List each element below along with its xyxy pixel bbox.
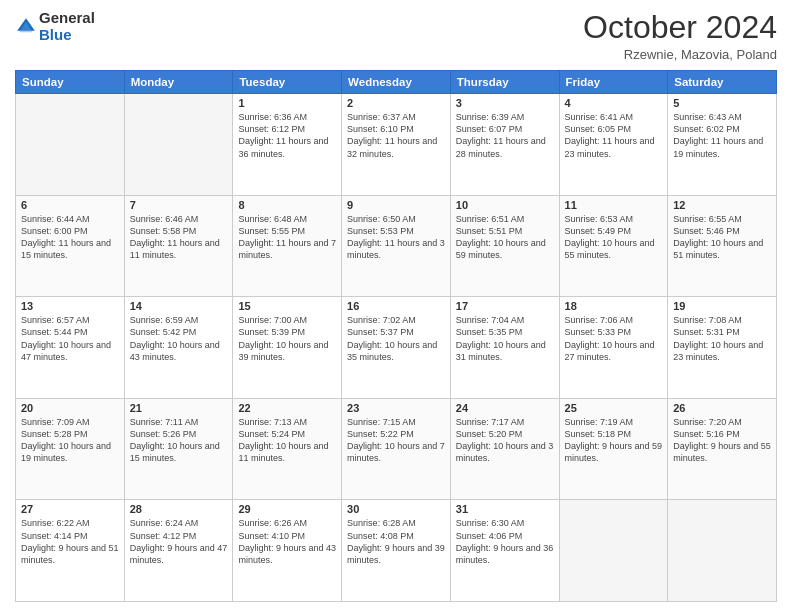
day-number: 24 (456, 402, 554, 414)
day-number: 9 (347, 199, 445, 211)
logo-blue-text: Blue (39, 26, 72, 43)
day-number: 22 (238, 402, 336, 414)
day-cell: 5Sunrise: 6:43 AMSunset: 6:02 PMDaylight… (668, 94, 777, 196)
week-row-3: 13Sunrise: 6:57 AMSunset: 5:44 PMDayligh… (16, 297, 777, 399)
day-number: 4 (565, 97, 663, 109)
day-cell: 18Sunrise: 7:06 AMSunset: 5:33 PMDayligh… (559, 297, 668, 399)
day-number: 19 (673, 300, 771, 312)
day-cell: 19Sunrise: 7:08 AMSunset: 5:31 PMDayligh… (668, 297, 777, 399)
day-cell: 1Sunrise: 6:36 AMSunset: 6:12 PMDaylight… (233, 94, 342, 196)
day-number: 20 (21, 402, 119, 414)
day-header-thursday: Thursday (450, 71, 559, 94)
day-info: Sunrise: 6:28 AMSunset: 4:08 PMDaylight:… (347, 517, 445, 566)
day-cell: 28Sunrise: 6:24 AMSunset: 4:12 PMDayligh… (124, 500, 233, 602)
day-number: 30 (347, 503, 445, 515)
day-info: Sunrise: 6:48 AMSunset: 5:55 PMDaylight:… (238, 213, 336, 262)
day-info: Sunrise: 6:50 AMSunset: 5:53 PMDaylight:… (347, 213, 445, 262)
day-cell: 24Sunrise: 7:17 AMSunset: 5:20 PMDayligh… (450, 398, 559, 500)
day-cell: 11Sunrise: 6:53 AMSunset: 5:49 PMDayligh… (559, 195, 668, 297)
day-number: 11 (565, 199, 663, 211)
day-info: Sunrise: 6:51 AMSunset: 5:51 PMDaylight:… (456, 213, 554, 262)
day-number: 25 (565, 402, 663, 414)
day-header-saturday: Saturday (668, 71, 777, 94)
day-cell: 25Sunrise: 7:19 AMSunset: 5:18 PMDayligh… (559, 398, 668, 500)
day-info: Sunrise: 6:22 AMSunset: 4:14 PMDaylight:… (21, 517, 119, 566)
location-subtitle: Rzewnie, Mazovia, Poland (583, 47, 777, 62)
day-info: Sunrise: 6:41 AMSunset: 6:05 PMDaylight:… (565, 111, 663, 160)
day-info: Sunrise: 7:11 AMSunset: 5:26 PMDaylight:… (130, 416, 228, 465)
day-cell (16, 94, 125, 196)
day-info: Sunrise: 6:55 AMSunset: 5:46 PMDaylight:… (673, 213, 771, 262)
day-cell: 27Sunrise: 6:22 AMSunset: 4:14 PMDayligh… (16, 500, 125, 602)
day-info: Sunrise: 6:44 AMSunset: 6:00 PMDaylight:… (21, 213, 119, 262)
day-cell: 4Sunrise: 6:41 AMSunset: 6:05 PMDaylight… (559, 94, 668, 196)
day-number: 1 (238, 97, 336, 109)
logo: General Blue (15, 10, 95, 43)
day-info: Sunrise: 6:37 AMSunset: 6:10 PMDaylight:… (347, 111, 445, 160)
day-header-monday: Monday (124, 71, 233, 94)
day-cell: 29Sunrise: 6:26 AMSunset: 4:10 PMDayligh… (233, 500, 342, 602)
day-info: Sunrise: 6:30 AMSunset: 4:06 PMDaylight:… (456, 517, 554, 566)
day-number: 10 (456, 199, 554, 211)
day-header-wednesday: Wednesday (342, 71, 451, 94)
day-number: 26 (673, 402, 771, 414)
day-info: Sunrise: 7:02 AMSunset: 5:37 PMDaylight:… (347, 314, 445, 363)
month-year-title: October 2024 (583, 10, 777, 45)
day-number: 23 (347, 402, 445, 414)
day-header-sunday: Sunday (16, 71, 125, 94)
day-cell: 17Sunrise: 7:04 AMSunset: 5:35 PMDayligh… (450, 297, 559, 399)
day-info: Sunrise: 7:17 AMSunset: 5:20 PMDaylight:… (456, 416, 554, 465)
day-number: 29 (238, 503, 336, 515)
day-header-friday: Friday (559, 71, 668, 94)
day-number: 15 (238, 300, 336, 312)
logo-general-text: General (39, 9, 95, 26)
day-cell: 2Sunrise: 6:37 AMSunset: 6:10 PMDaylight… (342, 94, 451, 196)
day-number: 17 (456, 300, 554, 312)
week-row-5: 27Sunrise: 6:22 AMSunset: 4:14 PMDayligh… (16, 500, 777, 602)
day-info: Sunrise: 6:26 AMSunset: 4:10 PMDaylight:… (238, 517, 336, 566)
calendar-table: SundayMondayTuesdayWednesdayThursdayFrid… (15, 70, 777, 602)
day-info: Sunrise: 7:04 AMSunset: 5:35 PMDaylight:… (456, 314, 554, 363)
day-info: Sunrise: 7:08 AMSunset: 5:31 PMDaylight:… (673, 314, 771, 363)
day-info: Sunrise: 6:43 AMSunset: 6:02 PMDaylight:… (673, 111, 771, 160)
day-cell (559, 500, 668, 602)
day-cell: 20Sunrise: 7:09 AMSunset: 5:28 PMDayligh… (16, 398, 125, 500)
week-row-2: 6Sunrise: 6:44 AMSunset: 6:00 PMDaylight… (16, 195, 777, 297)
day-cell: 10Sunrise: 6:51 AMSunset: 5:51 PMDayligh… (450, 195, 559, 297)
day-info: Sunrise: 7:00 AMSunset: 5:39 PMDaylight:… (238, 314, 336, 363)
day-info: Sunrise: 6:36 AMSunset: 6:12 PMDaylight:… (238, 111, 336, 160)
day-info: Sunrise: 6:53 AMSunset: 5:49 PMDaylight:… (565, 213, 663, 262)
day-info: Sunrise: 7:06 AMSunset: 5:33 PMDaylight:… (565, 314, 663, 363)
day-cell: 22Sunrise: 7:13 AMSunset: 5:24 PMDayligh… (233, 398, 342, 500)
day-info: Sunrise: 7:09 AMSunset: 5:28 PMDaylight:… (21, 416, 119, 465)
day-number: 6 (21, 199, 119, 211)
day-info: Sunrise: 6:57 AMSunset: 5:44 PMDaylight:… (21, 314, 119, 363)
day-number: 8 (238, 199, 336, 211)
page-header: General Blue October 2024 Rzewnie, Mazov… (15, 10, 777, 62)
day-cell (124, 94, 233, 196)
day-number: 28 (130, 503, 228, 515)
day-number: 16 (347, 300, 445, 312)
day-number: 3 (456, 97, 554, 109)
day-cell: 31Sunrise: 6:30 AMSunset: 4:06 PMDayligh… (450, 500, 559, 602)
day-info: Sunrise: 6:24 AMSunset: 4:12 PMDaylight:… (130, 517, 228, 566)
day-header-tuesday: Tuesday (233, 71, 342, 94)
day-number: 7 (130, 199, 228, 211)
day-number: 13 (21, 300, 119, 312)
day-cell (668, 500, 777, 602)
day-cell: 30Sunrise: 6:28 AMSunset: 4:08 PMDayligh… (342, 500, 451, 602)
day-cell: 9Sunrise: 6:50 AMSunset: 5:53 PMDaylight… (342, 195, 451, 297)
week-row-1: 1Sunrise: 6:36 AMSunset: 6:12 PMDaylight… (16, 94, 777, 196)
day-cell: 7Sunrise: 6:46 AMSunset: 5:58 PMDaylight… (124, 195, 233, 297)
day-number: 27 (21, 503, 119, 515)
day-cell: 12Sunrise: 6:55 AMSunset: 5:46 PMDayligh… (668, 195, 777, 297)
calendar-page: General Blue October 2024 Rzewnie, Mazov… (0, 0, 792, 612)
title-block: October 2024 Rzewnie, Mazovia, Poland (583, 10, 777, 62)
day-number: 31 (456, 503, 554, 515)
day-info: Sunrise: 7:15 AMSunset: 5:22 PMDaylight:… (347, 416, 445, 465)
day-cell: 8Sunrise: 6:48 AMSunset: 5:55 PMDaylight… (233, 195, 342, 297)
day-number: 21 (130, 402, 228, 414)
day-number: 14 (130, 300, 228, 312)
logo-icon (15, 16, 37, 38)
day-cell: 6Sunrise: 6:44 AMSunset: 6:00 PMDaylight… (16, 195, 125, 297)
